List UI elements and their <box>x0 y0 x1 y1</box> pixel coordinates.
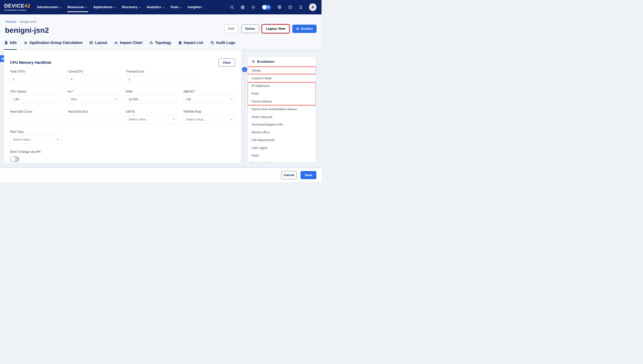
search-icon[interactable] <box>230 5 234 10</box>
form-footer: Cancel Save <box>0 168 322 182</box>
nav-item-infrastructure[interactable]: Infrastructure <box>37 0 62 14</box>
breakdown-header: Breakdown <box>248 57 316 67</box>
field-hz: Hz* GHz <box>68 90 120 104</box>
cores-cpu-label: Cores/CPU <box>68 70 120 73</box>
toggle-knob-icon <box>11 156 16 162</box>
notifications-icon[interactable] <box>251 5 255 10</box>
share-nodes-icon <box>114 41 118 45</box>
tab-layout[interactable]: Layout <box>89 36 107 50</box>
mb-gb-select[interactable]: GB <box>183 95 236 104</box>
breakdown-item-details[interactable]: Details <box>248 67 316 74</box>
tab-topology[interactable]: Topology <box>149 36 171 50</box>
chevron-down-icon <box>57 138 60 141</box>
gb-tb-select[interactable]: Select value... <box>126 115 178 124</box>
tab-info[interactable]: Info <box>4 36 17 50</box>
hw-sw-raid-label: HW/SW Raid <box>183 110 236 114</box>
nav-item-analytics[interactable]: Analytics <box>147 0 164 14</box>
settings-gear-icon[interactable] <box>277 5 282 10</box>
field-hw-sw-raid: HW/SW Raid Select value... <box>183 110 236 124</box>
breadcrumb-current: benigni-jsn2 <box>20 20 36 24</box>
field-total-cpus: Total CPUs <box>10 70 62 83</box>
tab-impact-list[interactable]: Impact List <box>178 36 203 50</box>
breakdown-item-asset-lifecycle[interactable]: Asset Lifecycle <box>248 113 316 121</box>
sun-icon <box>267 6 270 9</box>
breakdown-item-parts[interactable]: Parts <box>248 152 316 160</box>
brand-text: DEVICE <box>4 3 25 9</box>
chevron-right-icon <box>243 68 246 71</box>
threads-core-input[interactable] <box>126 75 198 83</box>
field-cores-cpu: Cores/CPU <box>68 70 120 83</box>
theme-toggle[interactable] <box>262 5 271 10</box>
breakdown-item-custom-fields[interactable]: Custom Fields <box>248 74 316 82</box>
hard-disk-size-input[interactable] <box>68 115 120 124</box>
total-cpus-label: Total CPUs <box>10 70 62 73</box>
ram-input[interactable] <box>126 95 178 104</box>
archive-button[interactable]: Archive <box>292 24 316 33</box>
field-ram: RAM <box>126 90 178 104</box>
breakdown-item-purchase-support-info[interactable]: Purchase/Support Info <box>248 121 316 128</box>
gb-tb-label: GB/TB <box>126 110 178 114</box>
tab-audit-logs[interactable]: Audit Logs <box>210 36 235 50</box>
rows-icon <box>178 41 182 45</box>
legacy-view-button[interactable]: Legacy View <box>262 24 289 33</box>
expand-panel-button[interactable] <box>242 67 247 72</box>
bookmark-icon[interactable] <box>299 5 303 9</box>
breakdown-item-device-non-authoritative-aliases[interactable]: Device Non-Authoritative Aliases <box>248 105 316 113</box>
tab-impact-chart[interactable]: Impact Chart <box>114 36 142 50</box>
breakdown-item-last-logins[interactable]: Last Logins <box>248 144 316 152</box>
breadcrumb-devices-link[interactable]: Devices <box>5 20 16 24</box>
chevron-down-icon <box>230 98 233 101</box>
raid-type-select[interactable]: Select value... <box>10 135 62 144</box>
brand-logo[interactable]: DEVICE42 A Freshworks Company <box>4 4 31 11</box>
breakdown-item-ports[interactable]: Ports <box>248 90 316 98</box>
chevron-down-icon <box>59 6 62 8</box>
cores-cpu-input[interactable] <box>68 75 120 83</box>
hard-disk-count-input[interactable] <box>10 115 62 124</box>
save-button[interactable]: Save <box>300 171 316 179</box>
dont-change-via-api-toggle[interactable] <box>10 156 20 162</box>
cpu-speed-input[interactable] <box>10 95 62 104</box>
breakdown-item-device-urls[interactable]: Device URLs <box>248 128 316 136</box>
breakdown-panel: Breakdown Details Custom Fields IP Addre… <box>248 57 316 162</box>
field-hard-disk-size: Hard Disk Size <box>68 110 120 124</box>
nav-item-resources[interactable]: Resources <box>68 0 87 14</box>
user-avatar[interactable]: A <box>309 4 316 11</box>
help-icon[interactable]: ? <box>288 5 292 10</box>
field-dont-change-via-api: Don't Change via API <box>10 150 241 162</box>
page-actions: Edit Delete Legacy View Archive <box>224 24 316 33</box>
hz-select[interactable]: GHz <box>68 95 120 104</box>
delete-button[interactable]: Delete <box>241 24 259 33</box>
required-marker: * <box>194 90 195 93</box>
total-cpus-input[interactable] <box>10 75 62 83</box>
breakdown-item-ip-addresses[interactable]: IP Addresses <box>248 82 316 90</box>
edit-button[interactable]: Edit <box>224 24 238 33</box>
hw-sw-raid-select[interactable]: Select value... <box>183 115 236 124</box>
tab-application-group-calculation[interactable]: Application Group Calculation <box>24 36 83 50</box>
cancel-button[interactable]: Cancel <box>281 171 297 179</box>
threads-core-label: Threads/Core <box>126 70 198 73</box>
globe-icon[interactable] <box>240 5 245 10</box>
nav-item-insights[interactable]: Insights+ <box>188 0 202 14</box>
mb-gb-label: MB/GB* <box>183 90 236 93</box>
vertical-divider <box>244 50 245 163</box>
page-title: benigni-jsn2 <box>5 26 49 34</box>
breakdown-item-software-in-use[interactable]: Software In Use <box>248 160 316 162</box>
chevron-down-icon <box>138 6 141 8</box>
share-nodes-icon <box>24 41 28 45</box>
clear-button[interactable]: Clear <box>219 58 235 66</box>
chevron-down-icon <box>180 6 182 8</box>
top-navbar: DEVICE42 A Freshworks Company Infrastruc… <box>0 0 322 14</box>
field-gb-tb: GB/TB Select value... <box>126 110 178 124</box>
sitemap-icon <box>149 41 153 45</box>
nav-item-tools[interactable]: Tools <box>170 0 182 14</box>
field-raid-type: Raid Type Select value... <box>10 130 62 144</box>
document-icon <box>4 41 8 45</box>
nav-item-discovery[interactable]: Discovery <box>122 0 141 14</box>
breakdown-item-device-aliases[interactable]: Device Aliases <box>248 98 316 105</box>
nav-item-applications[interactable]: Applications <box>93 0 116 14</box>
chevron-down-icon <box>114 6 116 8</box>
breakdown-item-file-attachments[interactable]: File Attachments <box>248 136 316 144</box>
chevron-down-icon <box>172 118 175 121</box>
raid-type-label: Raid Type <box>10 130 62 134</box>
field-hard-disk-count: Hard Disk Count <box>10 110 62 124</box>
